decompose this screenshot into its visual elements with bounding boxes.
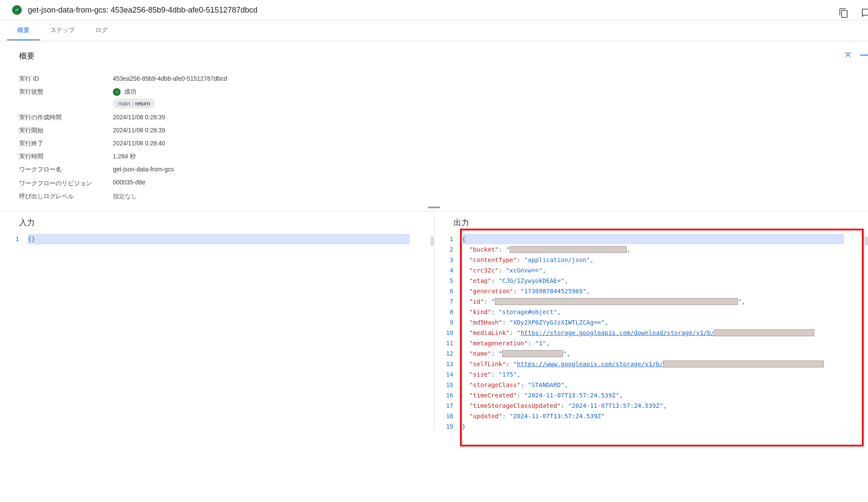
tab-logs[interactable]: ログ (85, 20, 118, 40)
pill-main: main (118, 100, 130, 107)
input-code-body[interactable]: {} (28, 234, 434, 244)
input-panel: 入力 1 {} (0, 211, 434, 432)
duration-label: 実行時間 (19, 153, 113, 161)
input-scrollbar[interactable] (431, 236, 434, 432)
created-label: 実行の作成時間 (19, 114, 113, 121)
state-value: 成功 main : return (113, 88, 155, 108)
execution-id-label: 実行 ID (19, 75, 113, 83)
right-edge-indicator (860, 55, 868, 56)
input-gutter: 1 (9, 234, 28, 244)
input-code: 1 {} (0, 234, 434, 244)
created-value: 2024/11/08 0:28:39 (113, 114, 165, 121)
copy-icon[interactable] (833, 3, 854, 23)
ended-value: 2024/11/08 0:28:40 (113, 140, 165, 147)
output-title: 出力 (434, 211, 868, 234)
started-label: 実行開始 (19, 127, 113, 135)
duration-value: 1.284 秒 (113, 153, 136, 161)
feedback-icon[interactable] (856, 3, 868, 23)
state-label: 実行状態 (19, 88, 113, 96)
revision-label: ワークフローのリビジョン (19, 179, 113, 187)
output-code-body[interactable]: { "bucket": ", "contentType": "applicati… (462, 234, 868, 432)
output-scrollbar[interactable] (865, 236, 868, 432)
pill-sub: : return (132, 100, 150, 107)
execution-id-value: 453ea256-85b9-4dbb-afe0-51512787dbcd (113, 75, 227, 82)
tabs: 概要 ステップ ログ (0, 20, 868, 41)
output-code: 1 2 3 4 5 6 7 8 9 10 11 12 13 14 15 16 1… (434, 234, 868, 432)
page-header: get-json-data-from-gcs: 453ea256-85b9-4d… (0, 0, 868, 20)
loglevel-label: 呼び出しログレベル (19, 193, 113, 200)
tab-overview[interactable]: 概要 (7, 20, 40, 40)
overview-section-title: 概要 (19, 51, 35, 61)
io-panels: 入力 1 {} 出力 1 2 3 4 5 6 7 8 9 10 11 12 13… (0, 211, 868, 432)
workflow-name-label: ワークフロー名 (19, 166, 113, 174)
loglevel-value: 指定なし (113, 193, 137, 200)
step-pill: main : return (113, 98, 155, 108)
overview-section: 概要 実行 ID 453ea256-85b9-4dbb-afe0-5151278… (0, 41, 868, 207)
tab-steps[interactable]: ステップ (40, 20, 85, 40)
vertical-resize-handle[interactable] (428, 207, 440, 208)
input-title: 入力 (0, 211, 434, 234)
output-gutter: 1 2 3 4 5 6 7 8 9 10 11 12 13 14 15 16 1… (443, 234, 462, 432)
ended-label: 実行終了 (19, 140, 113, 148)
success-check-icon (113, 88, 121, 96)
started-value: 2024/11/08 0:28:39 (113, 127, 165, 134)
revision-value: 000035-d8e (113, 179, 145, 186)
details-grid: 実行 ID 453ea256-85b9-4dbb-afe0-51512787db… (0, 71, 868, 207)
state-text: 成功 (124, 88, 136, 96)
page-title: get-json-data-from-gcs: 453ea256-85b9-4d… (28, 6, 257, 15)
workflow-name-value: get-json-data-from-gcs (113, 166, 174, 173)
status-success-icon (12, 5, 22, 15)
output-panel: 出力 1 2 3 4 5 6 7 8 9 10 11 12 13 14 15 1… (434, 211, 868, 432)
collapse-section-button[interactable] (841, 49, 855, 63)
